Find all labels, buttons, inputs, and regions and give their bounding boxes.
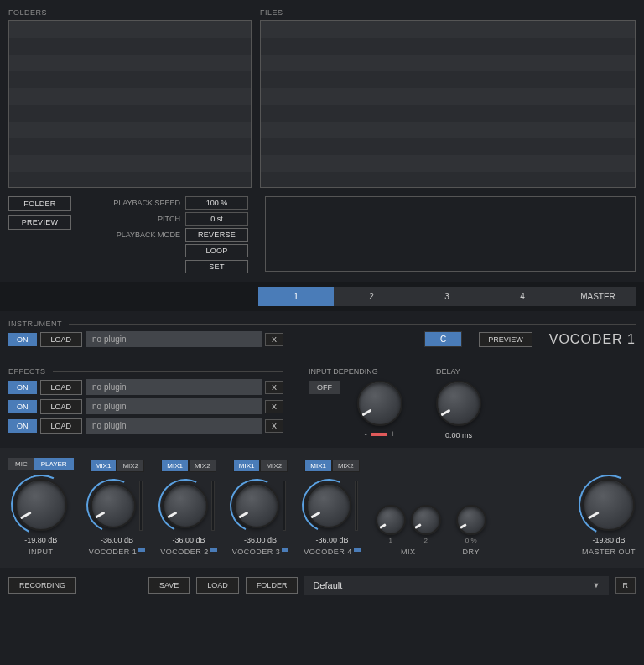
effect-row-3: ON LOAD no plugin X — [8, 418, 283, 434]
dry-label: DRY — [463, 548, 480, 556]
voc2-led — [210, 548, 217, 552]
effect-2-on-button[interactable]: ON — [8, 400, 37, 413]
vocoder-tabs: 1 2 3 4 MASTER — [0, 282, 644, 311]
preset-name: Default — [313, 580, 342, 590]
effect-2-plugin-name[interactable]: no plugin — [86, 398, 262, 414]
pitch-label: PITCH — [96, 215, 180, 223]
playback-speed-value[interactable]: 100 % — [185, 196, 248, 210]
files-list[interactable] — [260, 20, 636, 188]
mix-1-label: 1 — [388, 537, 392, 544]
voc2-mix2-button[interactable]: MIX2 — [189, 460, 216, 472]
files-label: FILES — [260, 8, 636, 17]
plus-icon: + — [391, 429, 396, 439]
pitch-value[interactable]: 0 st — [185, 212, 248, 226]
voc1-led — [138, 548, 145, 552]
dry-value: 0 % — [465, 537, 477, 544]
voc1-mix1-button[interactable]: MIX1 — [90, 460, 117, 472]
voc2-knob[interactable] — [163, 483, 208, 528]
voc1-label: VOCODER 1 — [89, 548, 138, 556]
voc3-mix1-button[interactable]: MIX1 — [233, 460, 261, 472]
effect-row-1: ON LOAD no plugin X — [8, 379, 283, 395]
reset-button[interactable]: R — [615, 577, 636, 594]
input-knob[interactable] — [15, 479, 67, 531]
effect-3-load-button[interactable]: LOAD — [40, 418, 83, 434]
tab-1[interactable]: 1 — [258, 287, 334, 306]
instrument-load-button[interactable]: LOAD — [40, 332, 83, 347]
key-display[interactable]: C — [424, 331, 462, 347]
tab-master[interactable]: MASTER — [560, 287, 636, 306]
voc3-knob[interactable] — [234, 483, 279, 528]
voc3-value: -36.00 dB — [244, 536, 277, 544]
preview-button[interactable]: PREVIEW — [8, 215, 71, 230]
mix-2-knob[interactable] — [411, 505, 441, 535]
folder-button[interactable]: FOLDER — [8, 196, 71, 211]
mixer-section: MIC PLAYER -19.80 dB INPUT MIX1 MIX2 -36… — [0, 448, 644, 568]
effects-label: EFFECTS — [8, 367, 283, 376]
bottom-folder-button[interactable]: FOLDER — [246, 577, 299, 594]
delay-value: 0.00 ms — [445, 431, 472, 439]
voc3-mix2-button[interactable]: MIX2 — [260, 460, 288, 472]
reverse-button[interactable]: REVERSE — [185, 228, 248, 242]
effect-1-on-button[interactable]: ON — [8, 381, 37, 394]
effect-1-plugin-name[interactable]: no plugin — [86, 379, 262, 395]
player-tab[interactable]: PLAYER — [34, 458, 74, 470]
instrument-clear-button[interactable]: X — [265, 333, 283, 346]
master-knob[interactable] — [583, 479, 635, 531]
delay-knob[interactable] — [436, 381, 481, 426]
effect-row-2: ON LOAD no plugin X — [8, 398, 283, 414]
input-depending-label: INPUT DEPENDING — [309, 367, 378, 376]
mix-1-knob[interactable] — [376, 505, 406, 535]
voc4-knob[interactable] — [306, 483, 351, 528]
voc1-mix2-button[interactable]: MIX2 — [117, 460, 144, 472]
mic-tab[interactable]: MIC — [8, 458, 34, 470]
file-browser-section: FOLDERS FILES FOLDER PREVIEW PLAYBACK SP… — [0, 0, 644, 282]
minus-icon: - — [364, 429, 366, 439]
master-value: -19.80 dB — [592, 536, 625, 544]
tab-2[interactable]: 2 — [334, 287, 409, 306]
load-button[interactable]: LOAD — [196, 577, 239, 594]
delay-label: DELAY — [436, 367, 460, 376]
effect-1-load-button[interactable]: LOAD — [40, 380, 83, 395]
instrument-plugin-name[interactable]: no plugin — [86, 331, 262, 347]
effect-2-load-button[interactable]: LOAD — [40, 399, 83, 414]
file-info-panel — [265, 196, 636, 272]
save-button[interactable]: SAVE — [148, 577, 190, 594]
level-bar — [371, 433, 387, 436]
recording-button[interactable]: RECORDING — [8, 577, 76, 594]
preset-dropdown[interactable]: Default ▼ — [304, 576, 608, 595]
voc1-value: -36.00 dB — [101, 536, 133, 544]
master-label: MASTER OUT — [582, 548, 636, 556]
input-value: -19.80 dB — [24, 536, 57, 544]
voc4-mix2-button[interactable]: MIX2 — [332, 460, 360, 472]
input-depending-off-button[interactable]: OFF — [309, 381, 340, 394]
voc2-value: -36.00 dB — [172, 536, 205, 544]
mix-label: MIX — [401, 548, 416, 556]
effect-1-clear-button[interactable]: X — [265, 381, 283, 394]
input-depending-knob[interactable] — [357, 381, 402, 426]
voc2-label: VOCODER 2 — [160, 548, 209, 556]
tab-3[interactable]: 3 — [409, 287, 485, 306]
effect-2-clear-button[interactable]: X — [265, 400, 283, 413]
effect-3-on-button[interactable]: ON — [8, 419, 37, 433]
set-button[interactable]: SET — [185, 260, 248, 273]
dry-knob[interactable] — [456, 505, 486, 535]
folders-list[interactable] — [8, 20, 252, 188]
effect-3-plugin-name[interactable]: no plugin — [86, 418, 262, 434]
folders-label: FOLDERS — [8, 8, 252, 17]
voc4-value: -36.00 dB — [315, 536, 348, 544]
loop-button[interactable]: LOOP — [185, 244, 248, 257]
mix-2-label: 2 — [423, 537, 427, 544]
voc3-label: VOCODER 3 — [232, 548, 281, 556]
instrument-on-button[interactable]: ON — [8, 333, 37, 346]
instrument-section: INSTRUMENT ON LOAD no plugin X C PREVIEW… — [0, 311, 644, 359]
instrument-preview-button[interactable]: PREVIEW — [479, 332, 532, 347]
effects-section: EFFECTS ON LOAD no plugin X ON LOAD no p… — [0, 359, 644, 448]
voc3-led — [282, 548, 288, 552]
effect-3-clear-button[interactable]: X — [265, 419, 283, 433]
voc4-mix1-button[interactable]: MIX1 — [304, 460, 332, 472]
instrument-label: INSTRUMENT — [8, 320, 636, 328]
voc2-mix1-button[interactable]: MIX1 — [161, 460, 189, 472]
playback-speed-label: PLAYBACK SPEED — [96, 199, 180, 207]
voc1-knob[interactable] — [91, 483, 136, 528]
tab-4[interactable]: 4 — [485, 287, 560, 306]
